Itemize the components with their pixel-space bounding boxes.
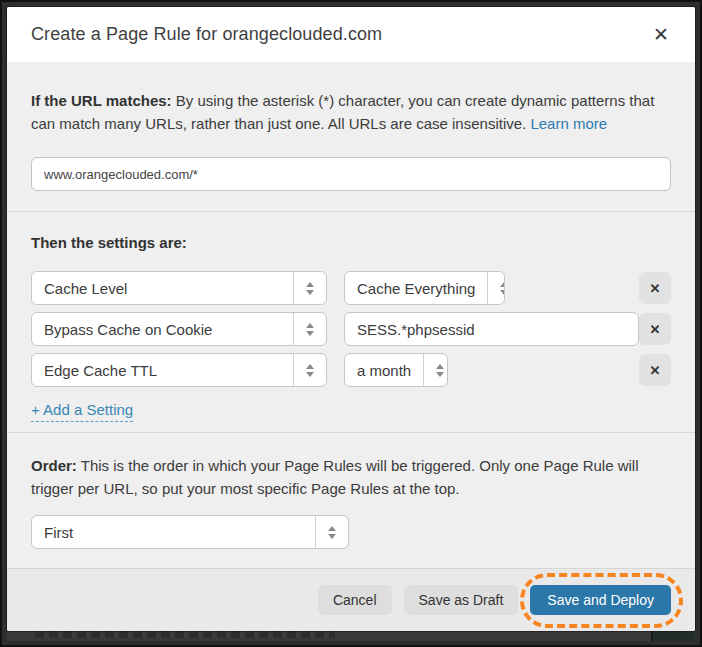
setting-value-select[interactable]: a month [344,353,448,387]
cookie-pattern-input[interactable] [344,312,639,346]
remove-setting-button[interactable]: ✕ [639,313,671,345]
setting-value-select[interactable]: Cache Everything [344,271,505,305]
learn-more-link[interactable]: Learn more [530,115,607,132]
order-select-value: First [32,516,315,548]
setting-select-value: Cache Level [32,272,293,304]
cancel-button[interactable]: Cancel [318,585,392,615]
setting-select[interactable]: Edge Cache TTL [31,353,327,387]
background-url-text [35,631,335,638]
select-spinner-icon [423,354,448,386]
select-spinner-icon [293,272,326,304]
select-spinner-icon [315,516,348,548]
settings-heading: Then the settings are: [31,234,671,251]
order-select[interactable]: First [31,515,349,549]
order-text: This is the order in which your Page Rul… [31,457,639,497]
dialog-header: Create a Page Rule for orangeclouded.com… [7,7,695,62]
create-page-rule-dialog: Create a Page Rule for orangeclouded.com… [7,7,695,631]
url-match-section: If the URL matches: By using the asteris… [7,62,695,211]
setting-row-cache-level: Cache Level Cache Everything ✕ [31,271,671,305]
setting-select-value: Bypass Cache on Cookie [32,313,293,345]
url-match-lead: If the URL matches: [31,92,172,109]
save-and-deploy-wrap: Save and Deploy [530,585,671,615]
url-pattern-input[interactable] [31,157,671,191]
remove-setting-button[interactable]: ✕ [639,272,671,304]
url-match-description: If the URL matches: By using the asteris… [31,89,671,135]
setting-row-edge-ttl: Edge Cache TTL a month ✕ [31,353,671,387]
add-setting-link[interactable]: + Add a Setting [31,401,133,422]
setting-row-bypass-cookie: Bypass Cache on Cookie ✕ [31,312,671,346]
order-section: Order: This is the order in which your P… [7,432,695,568]
setting-select-value: Edge Cache TTL [32,354,293,386]
select-spinner-icon [487,272,505,304]
setting-select[interactable]: Cache Level [31,271,327,305]
settings-section: Then the settings are: Cache Level Cache… [7,211,695,432]
close-icon[interactable]: ✕ [651,23,671,46]
order-description: Order: This is the order in which your P… [31,454,671,500]
dialog-title: Create a Page Rule for orangeclouded.com [31,24,382,45]
select-spinner-icon [293,354,326,386]
select-spinner-icon [293,313,326,345]
setting-select[interactable]: Bypass Cache on Cookie [31,312,327,346]
order-lead: Order: [31,457,77,474]
save-and-deploy-button[interactable]: Save and Deploy [530,585,671,615]
save-as-draft-button[interactable]: Save as Draft [404,585,519,615]
setting-value: Cache Everything [345,272,487,304]
remove-setting-button[interactable]: ✕ [639,354,671,386]
setting-value: a month [345,354,423,386]
dialog-footer: Cancel Save as Draft Save and Deploy [7,568,695,631]
